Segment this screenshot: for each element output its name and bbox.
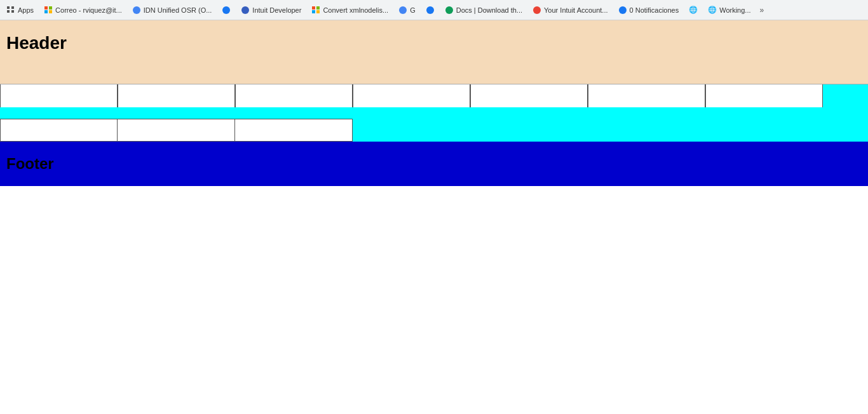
input-cell-1-6[interactable] <box>588 84 705 107</box>
table-area <box>0 84 868 142</box>
input-cell-1-7[interactable] <box>705 84 823 107</box>
tab-docs-label: Docs | Download th... <box>456 6 522 14</box>
cyan-fill <box>353 119 868 142</box>
google-favicon <box>398 6 407 15</box>
intuit-favicon <box>241 6 250 15</box>
tab-correo-label: Correo - rviquez@it... <box>55 6 122 14</box>
input-cell-2-2[interactable] <box>118 119 235 142</box>
tab-correo[interactable]: Correo - rviquez@it... <box>40 4 126 16</box>
input-cell-1-3[interactable] <box>235 84 353 107</box>
apps-grid-icon <box>6 6 15 15</box>
tab-intuit-label: Intuit Developer <box>252 6 301 14</box>
facebook1-favicon <box>222 6 231 15</box>
browser-tab-bar[interactable]: Apps Correo - rviquez@it... IDN Unified … <box>0 0 868 20</box>
tab-apps[interactable]: Apps <box>3 4 37 16</box>
input-cell-1-4[interactable] <box>353 84 470 107</box>
header-section: Header <box>0 20 868 84</box>
globe2-favicon: 🌐 <box>708 6 717 15</box>
tab-facebook2[interactable] <box>422 4 438 16</box>
tab-idn[interactable]: IDN Unified OSR (O... <box>128 4 216 16</box>
facebook2-favicon <box>426 6 435 15</box>
page-content: Header Footer <box>0 20 868 186</box>
gmail-favicon <box>532 6 541 15</box>
tab-facebook1[interactable] <box>218 4 234 16</box>
cyan-separator <box>0 107 868 119</box>
tab-convert-label: Convert xmlnodelis... <box>323 6 388 14</box>
input-row-1 <box>0 84 868 107</box>
tab-facebook3[interactable]: 0 Notificaciones <box>614 4 683 16</box>
tab-working[interactable]: 🌐 Working... <box>704 4 754 16</box>
tab-convert[interactable]: Convert xmlnodelis... <box>308 4 392 16</box>
tab-idn-label: IDN Unified OSR (O... <box>144 6 212 14</box>
input-cell-1-2[interactable] <box>118 84 235 107</box>
docs-favicon <box>445 6 454 15</box>
more-tabs-button[interactable]: » <box>757 4 767 16</box>
tab-facebook3-label: 0 Notificaciones <box>630 6 679 14</box>
tab-intuit[interactable]: Intuit Developer <box>237 4 305 16</box>
input-cell-1-5[interactable] <box>470 84 588 107</box>
tab-globe1[interactable]: 🌐 <box>685 4 702 16</box>
input-row-2-wrapper <box>0 119 868 142</box>
footer-section: Footer <box>0 142 868 186</box>
header-title: Header <box>6 33 862 53</box>
globe1-favicon: 🌐 <box>689 6 698 15</box>
tab-gmail-label: Your Intuit Account... <box>544 6 608 14</box>
tab-gmail[interactable]: Your Intuit Account... <box>529 4 612 16</box>
tab-docs[interactable]: Docs | Download th... <box>441 4 526 16</box>
facebook3-favicon <box>618 6 627 15</box>
ms-icon <box>44 6 53 15</box>
tab-google[interactable]: G <box>395 4 419 16</box>
tab-working-label: Working... <box>719 6 750 14</box>
input-cell-2-3[interactable] <box>235 119 353 142</box>
tab-google-label: G <box>410 6 416 14</box>
footer-title: Footer <box>6 155 54 173</box>
input-cell-1-1[interactable] <box>0 84 118 107</box>
input-cell-2-1[interactable] <box>0 119 118 142</box>
idn-favicon <box>132 6 141 15</box>
convert-ms-icon <box>311 6 320 15</box>
tab-apps-label: Apps <box>18 6 34 14</box>
